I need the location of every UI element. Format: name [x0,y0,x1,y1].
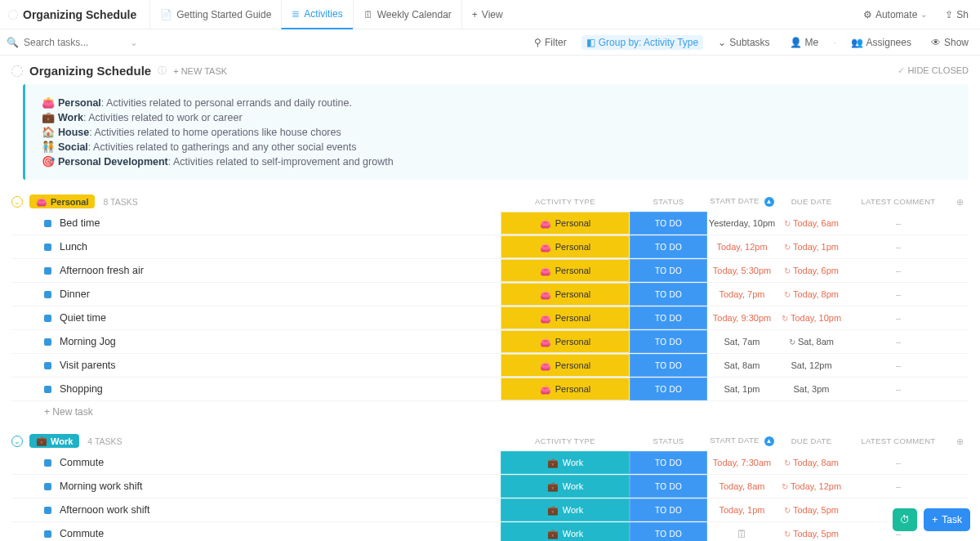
activity-type-cell[interactable]: 👛Personal [501,212,630,235]
record-fab[interactable]: ⏱ [893,508,917,531]
activity-type-cell[interactable]: 👛Personal [501,235,630,258]
activity-type-cell[interactable]: 💼Work [501,522,630,541]
subtasks-chip[interactable]: ⌄Subtasks [713,35,774,50]
due-date-cell[interactable]: ↻Today, 12pm [777,475,846,498]
status-square[interactable] [44,459,51,467]
task-row[interactable]: Quiet time👛PersonalTO DOToday, 9:30pm↻To… [11,306,969,330]
col-due-date[interactable]: DUE DATE [777,197,846,206]
task-row[interactable]: Afternoon work shift💼WorkTO DOToday, 1pm… [11,499,969,522]
task-name[interactable]: Morning work shift [60,481,142,492]
status-cell[interactable]: TO DO [630,259,707,282]
start-date-cell[interactable]: Today, 1pm [707,499,777,521]
chevron-down-icon[interactable]: ⌄ [130,37,138,48]
due-date-cell[interactable]: ↻Today, 8pm [777,283,846,306]
col-latest-comment[interactable]: LATEST COMMENT [846,436,951,445]
task-row[interactable]: Bed time👛PersonalTO DOYesterday, 10pm↻To… [11,212,969,235]
start-date-cell[interactable]: Sat, 8am [707,354,777,377]
status-cell[interactable]: TO DO [630,451,707,474]
due-date-cell[interactable]: ↻Today, 10pm [777,306,846,329]
group-pill[interactable]: 💼Work [29,434,79,448]
comment-cell[interactable]: – [846,354,951,377]
comment-cell[interactable]: – [846,306,951,329]
status-square[interactable] [44,338,51,346]
activity-type-cell[interactable]: 👛Personal [501,259,630,282]
page-title[interactable]: Organizing Schedule [23,8,136,21]
status-square[interactable] [44,244,51,251]
task-name[interactable]: Quiet time [60,312,106,324]
start-date-cell[interactable]: Today, 12pm [707,235,777,258]
task-row[interactable]: Shopping👛PersonalTO DOSat, 1pmSat, 3pm– [11,378,969,401]
comment-cell[interactable]: – [846,235,951,258]
list-status-icon[interactable] [11,65,23,77]
info-icon[interactable]: ⓘ [158,65,167,77]
col-start-date[interactable]: START DATE ▲ [707,196,777,207]
start-date-cell[interactable]: Sat, 7am [707,330,777,353]
hide-closed-button[interactable]: HIDE CLOSED [898,65,969,76]
task-name[interactable]: Dinner [60,288,90,300]
due-date-cell[interactable]: ↻Today, 5pm [777,522,846,541]
start-date-cell[interactable]: Sat, 1pm [707,378,777,400]
status-cell[interactable]: TO DO [630,306,707,329]
search[interactable]: 🔍 ⌄ [7,37,138,48]
assignees-chip[interactable]: 👥Assignees [846,35,916,50]
comment-cell[interactable]: – [846,330,951,353]
status-cell[interactable]: TO DO [630,522,707,541]
status-square[interactable] [44,530,51,538]
group-collapse-toggle[interactable]: ⌄ [11,436,23,447]
activity-type-cell[interactable]: 👛Personal [501,378,630,400]
activity-type-cell[interactable]: 👛Personal [501,283,630,306]
col-latest-comment[interactable]: LATEST COMMENT [846,197,951,206]
due-date-cell[interactable]: ↻Today, 5pm [777,499,846,521]
col-status[interactable]: STATUS [630,197,707,206]
col-start-date[interactable]: START DATE ▲ [707,436,777,446]
start-date-cell[interactable]: 🗓 [707,522,777,541]
start-date-cell[interactable]: Today, 7:30am [707,451,777,474]
status-cell[interactable]: TO DO [630,235,707,258]
activity-type-cell[interactable]: 👛Personal [501,330,630,353]
add-column-button[interactable]: ⊕ [951,436,969,446]
start-date-cell[interactable]: Today, 8am [707,475,777,498]
group-by-chip[interactable]: ◧Group by: Activity Type [581,35,704,50]
tab-activities[interactable]: ≣ Activities [281,0,352,29]
status-square[interactable] [44,483,51,490]
add-column-button[interactable]: ⊕ [951,197,969,207]
due-date-cell[interactable]: ↻Sat, 8am [777,330,846,353]
start-date-cell[interactable]: Today, 5:30pm [707,259,777,282]
task-row[interactable]: Lunch👛PersonalTO DOToday, 12pm↻Today, 1p… [11,235,969,259]
activity-type-cell[interactable]: 💼Work [501,499,630,521]
new-task-row[interactable]: + New task [11,401,969,429]
activity-type-cell[interactable]: 💼Work [501,451,630,474]
task-row[interactable]: Afternoon fresh air👛PersonalTO DOToday, … [11,259,969,283]
new-task-fab[interactable]: + Task [924,508,970,531]
task-row[interactable]: Commute💼WorkTO DOToday, 7:30am↻Today, 8a… [11,451,969,475]
new-task-top-button[interactable]: + NEW TASK [173,66,227,76]
start-date-cell[interactable]: Yesterday, 10pm [707,212,777,235]
task-name[interactable]: Lunch [60,241,87,253]
comment-cell[interactable]: – [846,212,951,235]
due-date-cell[interactable]: Sat, 3pm [777,378,846,400]
filter-chip[interactable]: ⚲Filter [529,35,572,50]
activity-type-cell[interactable]: 👛Personal [501,306,630,329]
comment-cell[interactable]: – [846,378,951,400]
activity-type-cell[interactable]: 💼Work [501,475,630,498]
due-date-cell[interactable]: ↻Today, 6am [777,212,846,235]
col-activity-type[interactable]: ACTIVITY TYPE [501,197,630,206]
group-collapse-toggle[interactable]: ⌄ [11,196,23,208]
status-cell[interactable]: TO DO [630,283,707,306]
status-cell[interactable]: TO DO [630,499,707,521]
show-chip[interactable]: 👁Show [926,35,973,50]
col-due-date[interactable]: DUE DATE [777,436,846,445]
due-date-cell[interactable]: ↻Today, 1pm [777,235,846,258]
comment-cell[interactable]: – [846,451,951,474]
task-name[interactable]: Bed time [60,217,100,229]
status-square[interactable] [44,362,51,369]
status-square[interactable] [44,267,51,275]
activity-type-cell[interactable]: 👛Personal [501,354,630,377]
task-row[interactable]: Morning Jog👛PersonalTO DOSat, 7am↻Sat, 8… [11,330,969,354]
comment-cell[interactable]: – [846,259,951,282]
status-cell[interactable]: TO DO [630,378,707,400]
comment-cell[interactable]: – [846,283,951,306]
due-date-cell[interactable]: Sat, 12pm [777,354,846,377]
task-name[interactable]: Commute [60,528,104,539]
status-square[interactable] [44,220,51,227]
